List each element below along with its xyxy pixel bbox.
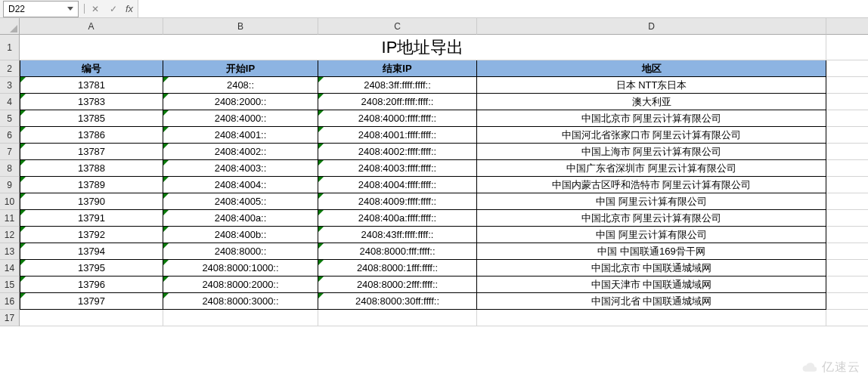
header-region[interactable]: 地区	[477, 60, 826, 77]
cell-start-ip[interactable]: 2408:4005::	[163, 193, 318, 210]
confirm-icon[interactable]: ✓	[106, 2, 121, 17]
cell-start-ip[interactable]: 2408:2000::	[163, 94, 318, 110]
cell-end-ip[interactable]: 2408:4001:ffff:ffff::	[318, 127, 477, 144]
cell-id[interactable]: 13797	[20, 293, 163, 310]
col-head-A[interactable]: A	[20, 18, 163, 35]
row-head-16[interactable]: 16	[0, 293, 20, 310]
cell-blank[interactable]	[826, 177, 868, 193]
cell-blank[interactable]	[826, 144, 868, 160]
col-head-B[interactable]: B	[163, 18, 318, 35]
cell-end-ip[interactable]: 2408:20ff:ffff:ffff::	[318, 94, 477, 110]
cell-start-ip[interactable]: 2408:400b::	[163, 227, 318, 243]
cell-start-ip[interactable]: 2408:4003::	[163, 160, 318, 177]
cell-blank[interactable]	[826, 243, 868, 260]
title-cell[interactable]: IP地址导出	[20, 35, 826, 60]
cell-region[interactable]: 中国 阿里云计算有限公司	[477, 193, 826, 210]
col-head-extra[interactable]	[826, 18, 868, 35]
cell-empty[interactable]	[318, 310, 477, 326]
cell-start-ip[interactable]: 2408:400a::	[163, 210, 318, 227]
cell-empty[interactable]	[163, 310, 318, 326]
row-head-15[interactable]: 15	[0, 277, 20, 293]
cell-start-ip[interactable]: 2408:4002::	[163, 144, 318, 160]
header-end-ip[interactable]: 结束IP	[318, 60, 477, 77]
cell-end-ip[interactable]: 2408:43ff:ffff:ffff::	[318, 227, 477, 243]
row-head-8[interactable]: 8	[0, 160, 20, 177]
row-head-17[interactable]: 17	[0, 310, 20, 326]
cell-region[interactable]: 中国河北省张家口市 阿里云计算有限公司	[477, 127, 826, 144]
cell-empty[interactable]	[477, 310, 826, 326]
cell-blank[interactable]	[826, 160, 868, 177]
col-head-C[interactable]: C	[318, 18, 477, 35]
cell-blank[interactable]	[826, 293, 868, 310]
cell-end-ip[interactable]: 2408:4004:ffff:ffff::	[318, 177, 477, 193]
cell-start-ip[interactable]: 2408:4000::	[163, 110, 318, 127]
cell-id[interactable]: 13788	[20, 160, 163, 177]
cell-id[interactable]: 13783	[20, 94, 163, 110]
cell-start-ip[interactable]: 2408:4004::	[163, 177, 318, 193]
cell-end-ip[interactable]: 2408:4000:ffff:ffff::	[318, 110, 477, 127]
cell-blank[interactable]	[826, 193, 868, 210]
cell-blank[interactable]	[826, 35, 868, 60]
cell-region[interactable]: 澳大利亚	[477, 94, 826, 110]
cell-end-ip[interactable]: 2408:8000:fff:ffff::	[318, 243, 477, 260]
row-head-5[interactable]: 5	[0, 110, 20, 127]
cell-region[interactable]: 中国内蒙古区呼和浩特市 阿里云计算有限公司	[477, 177, 826, 193]
cell-empty[interactable]	[826, 310, 868, 326]
cell-blank[interactable]	[826, 77, 868, 94]
cell-id[interactable]: 13781	[20, 77, 163, 94]
cell-end-ip[interactable]: 2408:4003:ffff:ffff::	[318, 160, 477, 177]
cell-blank[interactable]	[826, 210, 868, 227]
cell-blank[interactable]	[826, 277, 868, 293]
row-head-12[interactable]: 12	[0, 227, 20, 243]
cell-end-ip[interactable]: 2408:8000:30ff:ffff::	[318, 293, 477, 310]
cell-end-ip[interactable]: 2408:400a:ffff:ffff::	[318, 210, 477, 227]
cell-region[interactable]: 日本 NTT东日本	[477, 77, 826, 94]
row-head-4[interactable]: 4	[0, 94, 20, 110]
col-head-D[interactable]: D	[477, 18, 826, 35]
cell-start-ip[interactable]: 2408:4001::	[163, 127, 318, 144]
cell-region[interactable]: 中国 中国联通169骨干网	[477, 243, 826, 260]
cell-start-ip[interactable]: 2408:8000:2000::	[163, 277, 318, 293]
row-head-7[interactable]: 7	[0, 144, 20, 160]
cell-id[interactable]: 13794	[20, 243, 163, 260]
fx-icon[interactable]: fx	[126, 3, 133, 14]
name-box[interactable]: D22	[3, 1, 79, 17]
cell-start-ip[interactable]: 2408:8000::	[163, 243, 318, 260]
cell-id[interactable]: 13787	[20, 144, 163, 160]
formula-input[interactable]	[138, 0, 868, 17]
row-head-14[interactable]: 14	[0, 260, 20, 277]
cell-empty[interactable]	[20, 310, 163, 326]
cell-start-ip[interactable]: 2408:8000:1000::	[163, 260, 318, 277]
cell-id[interactable]: 13785	[20, 110, 163, 127]
header-start-ip[interactable]: 开始IP	[163, 60, 318, 77]
row-head-10[interactable]: 10	[0, 193, 20, 210]
cell-region[interactable]: 中国上海市 阿里云计算有限公司	[477, 144, 826, 160]
cell-blank[interactable]	[826, 94, 868, 110]
row-head-13[interactable]: 13	[0, 243, 20, 260]
cancel-icon[interactable]: ✕	[88, 2, 103, 17]
cell-id[interactable]: 13795	[20, 260, 163, 277]
cell-end-ip[interactable]: 2408:8000:2fff:ffff::	[318, 277, 477, 293]
cell-blank[interactable]	[826, 227, 868, 243]
sheet-grid[interactable]: A B C D 1 IP地址导出 2 编号 开始IP 结束IP 地区 3 137…	[0, 18, 868, 326]
cell-id[interactable]: 13792	[20, 227, 163, 243]
cell-region[interactable]: 中国河北省 中国联通城域网	[477, 293, 826, 310]
cell-id[interactable]: 13789	[20, 177, 163, 193]
cell-region[interactable]: 中国北京市 中国联通城域网	[477, 260, 826, 277]
cell-region[interactable]: 中国广东省深圳市 阿里云计算有限公司	[477, 160, 826, 177]
row-head-1[interactable]: 1	[0, 35, 20, 60]
cell-region[interactable]: 中国北京市 阿里云计算有限公司	[477, 110, 826, 127]
row-head-11[interactable]: 11	[0, 210, 20, 227]
cell-end-ip[interactable]: 2408:8000:1fff:ffff::	[318, 260, 477, 277]
cell-id[interactable]: 13791	[20, 210, 163, 227]
select-all-corner[interactable]	[0, 18, 20, 35]
cell-id[interactable]: 13796	[20, 277, 163, 293]
header-id[interactable]: 编号	[20, 60, 163, 77]
cell-id[interactable]: 13786	[20, 127, 163, 144]
cell-end-ip[interactable]: 2408:4009:ffff:ffff::	[318, 193, 477, 210]
chevron-down-icon[interactable]	[67, 7, 73, 11]
cell-region[interactable]: 中国北京市 阿里云计算有限公司	[477, 210, 826, 227]
cell-blank[interactable]	[826, 60, 868, 77]
cell-region[interactable]: 中国天津市 中国联通城域网	[477, 277, 826, 293]
row-head-9[interactable]: 9	[0, 177, 20, 193]
